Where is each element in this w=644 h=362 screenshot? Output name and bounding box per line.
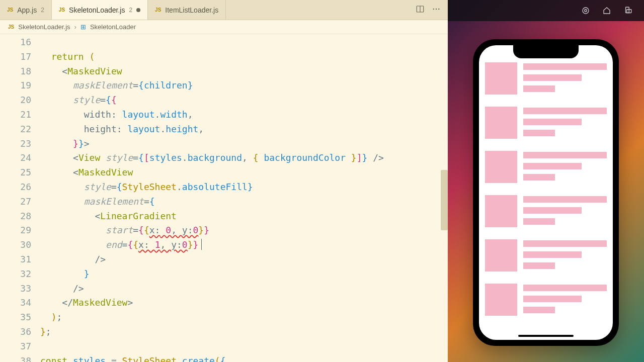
simulator-titlebar [448, 0, 644, 21]
skeleton-row [485, 284, 607, 316]
tab-skeletonloader-js[interactable]: JS SkeletonLoader.js 2 [52, 0, 148, 20]
line-number: 37 [0, 339, 31, 354]
symbol-icon: ⊞ [80, 23, 86, 31]
code-line[interactable] [40, 35, 448, 50]
line-number: 19 [0, 78, 31, 93]
js-icon: JS [155, 7, 161, 13]
skeleton-line [523, 207, 582, 214]
editor-tab-bar: JS App.js 2 JS SkeletonLoader.js 2 JS It… [0, 0, 448, 20]
tab-label: SkeletonLoader.js [69, 6, 125, 14]
skeleton-line [523, 163, 582, 169]
skeleton-text-lines [523, 195, 607, 227]
line-number: 35 [0, 310, 31, 325]
code-line[interactable]: ); [40, 310, 448, 325]
ios-simulator-pane [448, 0, 644, 362]
skeleton-line [523, 108, 607, 114]
code-line[interactable]: /> [40, 282, 448, 296]
iphone-device-frame [473, 39, 619, 346]
line-number: 22 [0, 122, 31, 137]
skeleton-text-lines [523, 284, 607, 316]
skeleton-line [523, 240, 607, 247]
more-actions-icon[interactable] [432, 5, 441, 16]
skeleton-line [523, 307, 555, 313]
home-icon[interactable] [602, 6, 612, 16]
svg-point-2 [433, 8, 434, 9]
tab-problem-count: 2 [129, 7, 132, 14]
skeleton-row [485, 195, 607, 227]
tab-app-js[interactable]: JS App.js 2 [0, 0, 52, 20]
scrollbar-thumb[interactable] [441, 170, 448, 230]
code-line[interactable]: const styles = StyleSheet.create({ [40, 354, 448, 362]
line-number: 24 [0, 151, 31, 165]
code-line[interactable]: style={StyleSheet.absoluteFill} [40, 180, 448, 195]
code-line[interactable]: } [40, 267, 448, 282]
svg-point-6 [585, 10, 587, 12]
code-editor-pane: JS App.js 2 JS SkeletonLoader.js 2 JS It… [0, 0, 448, 362]
chevron-right-icon: › [74, 23, 76, 31]
line-number: 23 [0, 137, 31, 151]
skeleton-thumbnail [485, 151, 517, 183]
svg-point-3 [436, 8, 437, 9]
line-number: 34 [0, 296, 31, 310]
code-line[interactable]: width: layout.width, [40, 108, 448, 122]
line-number: 21 [0, 108, 31, 122]
line-number: 25 [0, 165, 31, 180]
tab-itemlistloader-js[interactable]: JS ItemListLoader.js [148, 0, 226, 20]
tab-label: App.js [17, 6, 37, 14]
skeleton-line [523, 285, 607, 291]
code-line[interactable]: <MaskedView [40, 165, 448, 180]
skeleton-loader-preview [479, 45, 613, 340]
code-line[interactable] [40, 339, 448, 354]
code-line[interactable]: end={{x: 1, y:0}} [40, 238, 448, 252]
line-number-gutter: 1617181920212223242526272829303132333435… [0, 34, 40, 362]
line-number: 30 [0, 238, 31, 252]
skeleton-thumbnail [485, 239, 517, 272]
skeleton-line [523, 152, 607, 158]
code-line[interactable]: /> [40, 252, 448, 267]
skeleton-text-lines [523, 151, 607, 183]
line-number: 32 [0, 267, 31, 282]
code-area[interactable]: 1617181920212223242526272829303132333435… [0, 34, 448, 362]
line-number: 26 [0, 180, 31, 195]
skeleton-row [485, 62, 607, 95]
unsaved-dot-icon [136, 8, 140, 12]
line-number: 33 [0, 282, 31, 296]
code-line[interactable]: maskElement={children} [40, 78, 448, 93]
skeleton-line [523, 174, 555, 180]
svg-rect-7 [626, 7, 629, 13]
skeleton-thumbnail [485, 107, 517, 139]
code-line[interactable]: style={{ [40, 93, 448, 108]
code-line[interactable]: <MaskedView [40, 64, 448, 79]
code-content[interactable]: return ( <MaskedView maskElement={childr… [40, 34, 448, 362]
code-line[interactable]: }; [40, 325, 448, 339]
code-line[interactable]: height: layout.height, [40, 122, 448, 137]
tab-problem-count: 2 [41, 7, 44, 14]
code-line[interactable]: </MaskedView> [40, 296, 448, 310]
line-number: 17 [0, 50, 31, 64]
skeleton-row [485, 151, 607, 183]
code-line[interactable]: start={{x: 0, y:0}} [40, 223, 448, 238]
code-line[interactable]: return ( [40, 50, 448, 64]
tab-label: ItemListLoader.js [165, 6, 218, 14]
line-number: 27 [0, 195, 31, 209]
svg-point-5 [583, 8, 589, 14]
skeleton-text-lines [523, 239, 607, 272]
breadcrumb-file: SkeletonLoader.js [18, 23, 70, 31]
iphone-screen[interactable] [479, 45, 613, 340]
code-line[interactable]: }}> [40, 137, 448, 151]
skeleton-line [523, 63, 607, 70]
code-line[interactable]: maskElement={ [40, 195, 448, 209]
split-editor-icon[interactable] [416, 5, 425, 16]
code-line[interactable]: <LinearGradient [40, 209, 448, 224]
skeleton-line [523, 119, 582, 125]
skeleton-thumbnail [485, 62, 517, 95]
screenshot-icon[interactable] [581, 6, 591, 16]
skeleton-line [523, 74, 582, 81]
rotate-icon[interactable] [623, 6, 633, 16]
skeleton-row [485, 239, 607, 272]
line-number: 31 [0, 252, 31, 267]
line-number: 29 [0, 223, 31, 238]
code-line[interactable]: <View style={[styles.background, { backg… [40, 151, 448, 165]
breadcrumb[interactable]: JS SkeletonLoader.js › ⊞ SkeletonLoader [0, 20, 448, 34]
editor-scrollbar[interactable] [440, 34, 448, 362]
